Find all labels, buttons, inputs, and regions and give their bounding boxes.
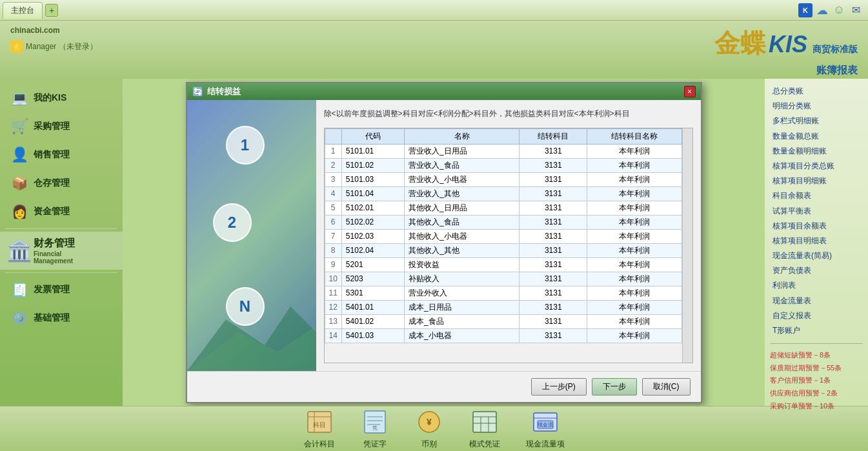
sidebar-label-invoice: 发票管理 bbox=[34, 284, 70, 296]
cell-no: 8 bbox=[325, 243, 341, 257]
cell-target-code: 3131 bbox=[520, 286, 587, 300]
toolbar-currency[interactable]: ¥ 币别 bbox=[415, 408, 443, 450]
table-row[interactable]: 13 5401.02 成本_食品 3131 本年利润 bbox=[325, 314, 681, 328]
table-row[interactable]: 9 5201 投资收益 3131 本年利润 bbox=[325, 257, 681, 272]
table-row[interactable]: 11 5301 营业外收入 3131 本年利润 bbox=[325, 286, 681, 300]
cell-no: 10 bbox=[325, 272, 341, 286]
right-report-item[interactable]: 数量金额总账 bbox=[770, 129, 863, 144]
sidebar-item-accounting[interactable]: 🏛️ 财务管理 FinancialManagement bbox=[0, 232, 123, 270]
dialog-table-scroll[interactable]: 代码 名称 结转科目 结转科目名称 1 5101.01 营业收入_日用品 bbox=[325, 128, 682, 363]
user-name: Manager bbox=[26, 42, 56, 51]
cell-no: 4 bbox=[325, 186, 341, 201]
toolbar-account-subject[interactable]: 科目 会计科目 bbox=[304, 408, 335, 450]
inventory-icon: 📦 bbox=[10, 174, 28, 192]
right-report-item[interactable]: 数量金额明细账 bbox=[770, 144, 863, 159]
cell-no: 14 bbox=[325, 328, 341, 343]
right-report2-item[interactable]: 自定义报表 bbox=[770, 308, 863, 323]
table-row[interactable]: 12 5401.01 成本_日用品 3131 本年利润 bbox=[325, 300, 681, 314]
dialog-jiezhuansunyi: 🔄 结转损益 × 1 2 N bbox=[186, 82, 702, 403]
message-icon[interactable]: ✉ bbox=[849, 3, 863, 17]
cell-name: 营业收入_其他 bbox=[404, 186, 519, 201]
header-user: ⭐ Manager （未登录） bbox=[10, 40, 97, 53]
table-row[interactable]: 2 5101.02 营业收入_食品 3131 本年利润 bbox=[325, 158, 681, 172]
main-tab[interactable]: 主控台 bbox=[3, 2, 43, 19]
right-report-item[interactable]: 明细分类账 bbox=[770, 99, 863, 114]
table-row[interactable]: 1 5101.01 营业收入_日用品 3131 本年利润 bbox=[325, 144, 681, 158]
right-report-item[interactable]: 现金流量表(简易) bbox=[770, 248, 863, 263]
sidebar-item-basic[interactable]: ⚙️ 基础管理 bbox=[0, 304, 123, 332]
table-row[interactable]: 10 5203 补贴收入 3131 本年利润 bbox=[325, 272, 681, 286]
toolbar-cash-flow-item[interactable]: 现金流 现金流量项 bbox=[526, 408, 565, 450]
sidebar-item-sales[interactable]: 👤 销售管理 bbox=[0, 141, 123, 169]
alert-item[interactable]: 保质期过期预警－55条 bbox=[770, 362, 863, 375]
toolbar-form-voucher[interactable]: 模式凭证 bbox=[469, 408, 500, 450]
cell-no: 1 bbox=[325, 144, 341, 158]
table-row[interactable]: 3 5101.03 营业收入_小电器 3131 本年利润 bbox=[325, 172, 681, 186]
dialog-right-panel: 除<以前年度损益调整>科目对应<利润分配>科目外，其他损益类科目对应<本年利润>… bbox=[316, 100, 701, 371]
brand-kis: KIS bbox=[769, 31, 807, 58]
header-left: chinacbi.com ⭐ Manager （未登录） bbox=[10, 26, 97, 53]
table-scrollbar[interactable] bbox=[682, 128, 692, 363]
cloud-icon[interactable]: ☁ bbox=[815, 3, 829, 17]
next-button[interactable]: 下一步 bbox=[592, 378, 637, 396]
cell-target-code: 3131 bbox=[520, 243, 587, 257]
sidebar-item-inventory[interactable]: 📦 仓存管理 bbox=[0, 169, 123, 197]
right-report-item[interactable]: 多栏式明细账 bbox=[770, 114, 863, 128]
toolbar-voucher-word[interactable]: 凭 凭证字 bbox=[361, 408, 389, 450]
right-report-item[interactable]: 科目余额表 bbox=[770, 188, 863, 203]
top-bar-icons: K ☁ ☺ ✉ bbox=[798, 3, 868, 17]
alert-item[interactable]: 供应商信用预警－2条 bbox=[770, 387, 863, 400]
kis-icon[interactable]: K bbox=[798, 3, 812, 17]
account-subject-label: 会计科目 bbox=[304, 439, 335, 450]
mountain-decoration bbox=[187, 294, 316, 371]
content-area: 🔄 结转损益 × 1 2 N bbox=[123, 79, 765, 406]
alert-item[interactable]: 客户信用预警－1条 bbox=[770, 374, 863, 387]
right-report-item[interactable]: 核算项目明细表 bbox=[770, 234, 863, 248]
face-icon[interactable]: ☺ bbox=[832, 3, 846, 17]
dialog-close-button[interactable]: × bbox=[684, 86, 696, 97]
cell-name: 营业外收入 bbox=[404, 286, 519, 300]
prev-button[interactable]: 上一步(P) bbox=[531, 378, 587, 396]
table-row[interactable]: 8 5102.04 其他收入_其他 3131 本年利润 bbox=[325, 243, 681, 257]
add-tab-button[interactable]: + bbox=[45, 4, 58, 17]
cell-target-name: 本年利润 bbox=[587, 158, 681, 172]
right-report2-item[interactable]: 利润表 bbox=[770, 278, 863, 293]
sidebar-divider bbox=[5, 228, 117, 229]
cell-name: 营业收入_食品 bbox=[404, 158, 519, 172]
table-row[interactable]: 4 5101.04 营业收入_其他 3131 本年利润 bbox=[325, 186, 681, 201]
cell-target-name: 本年利润 bbox=[587, 243, 681, 257]
svg-text:现金流: 现金流 bbox=[538, 422, 553, 428]
right-report-item[interactable]: 核算项目余额表 bbox=[770, 219, 863, 234]
sidebar-item-capital[interactable]: 👩 资金管理 bbox=[0, 197, 123, 226]
user-icon: ⭐ bbox=[10, 40, 23, 53]
right-report-item[interactable]: 总分类账 bbox=[770, 84, 863, 99]
svg-rect-13 bbox=[473, 412, 496, 432]
sidebar-item-purchase[interactable]: 🛒 采购管理 bbox=[0, 112, 123, 141]
step-1-indicator: 1 bbox=[226, 126, 265, 165]
alert-item[interactable]: 采购订单预警－10条 bbox=[770, 400, 863, 413]
table-row[interactable]: 7 5102.03 其他收入_小电器 3131 本年利润 bbox=[325, 229, 681, 243]
dialog-table-body: 1 5101.01 营业收入_日用品 3131 本年利润 2 5101.02 营… bbox=[325, 144, 681, 343]
sidebar-item-invoice[interactable]: 🧾 发票管理 bbox=[0, 276, 123, 304]
cell-no: 12 bbox=[325, 300, 341, 314]
cell-no: 5 bbox=[325, 201, 341, 215]
col-no bbox=[325, 128, 341, 144]
right-report-item[interactable]: 试算平衡表 bbox=[770, 204, 863, 219]
table-row[interactable]: 5 5102.01 其他收入_日用品 3131 本年利润 bbox=[325, 201, 681, 215]
right-report-item[interactable]: 核算项目分类总账 bbox=[770, 159, 863, 174]
right-report2-item[interactable]: T形账户 bbox=[770, 323, 863, 338]
alert-item[interactable]: 超储短缺预警－8条 bbox=[770, 349, 863, 362]
cell-name: 营业收入_日用品 bbox=[404, 144, 519, 158]
currency-label: 币别 bbox=[421, 439, 437, 450]
cell-name: 成本_小电器 bbox=[404, 328, 519, 343]
right-alerts: 超储短缺预警－8条保质期过期预警－55条客户信用预警－1条供应商信用预警－2条采… bbox=[770, 349, 863, 412]
right-report-item[interactable]: 核算项目明细账 bbox=[770, 174, 863, 188]
dialog-overlay: 🔄 结转损益 × 1 2 N bbox=[123, 79, 765, 406]
sidebar-label-inventory: 仓存管理 bbox=[34, 177, 70, 189]
table-row[interactable]: 6 5102.02 其他收入_食品 3131 本年利润 bbox=[325, 215, 681, 229]
sidebar-item-my-kis[interactable]: 💻 我的KIS bbox=[0, 84, 123, 112]
right-report2-item[interactable]: 资产负债表 bbox=[770, 263, 863, 278]
right-report2-item[interactable]: 现金流量表 bbox=[770, 294, 863, 308]
table-row[interactable]: 14 5401.03 成本_小电器 3131 本年利润 bbox=[325, 328, 681, 343]
cancel-button[interactable]: 取消(C) bbox=[642, 378, 691, 396]
